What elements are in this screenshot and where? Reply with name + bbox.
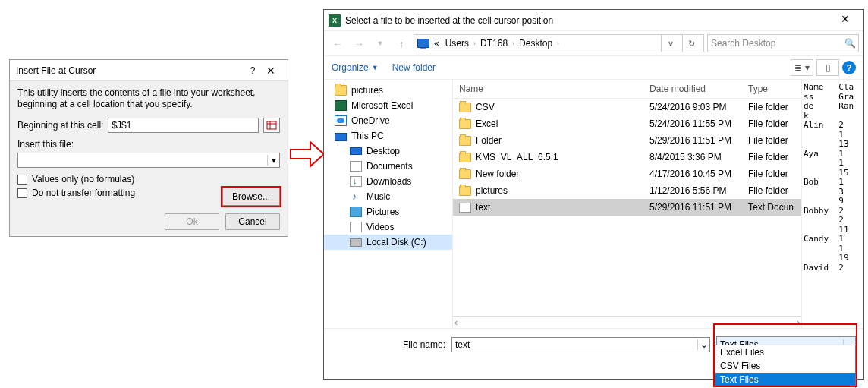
file-combo[interactable]: ▾: [17, 153, 280, 168]
tree-item[interactable]: OneDrive: [324, 113, 452, 128]
tree-item[interactable]: Local Disk (C:): [324, 235, 452, 250]
list-header[interactable]: Name Date modified Type: [453, 80, 801, 99]
file-type: File folder: [742, 99, 801, 115]
list-row[interactable]: Folder5/29/2016 11:51 PMFile folder: [453, 132, 801, 149]
list-row[interactable]: pictures1/12/2016 5:56 PMFile folder: [453, 182, 801, 199]
tree-item[interactable]: Microsoft Excel: [324, 98, 452, 113]
col-name[interactable]: Name: [453, 80, 643, 98]
tree-item[interactable]: Pictures: [324, 204, 452, 219]
excel-icon: X: [329, 14, 341, 27]
crumb-dt168[interactable]: DT168: [479, 38, 509, 49]
list-row[interactable]: text5/29/2016 11:51 PMText Docun: [453, 199, 801, 216]
pic-icon: [350, 207, 362, 217]
close-button[interactable]: ✕: [260, 60, 281, 81]
folder-tree[interactable]: picturesMicrosoft ExcelOneDriveThis PCDe…: [324, 80, 453, 328]
search-icon: 🔍: [844, 38, 855, 49]
list-row[interactable]: New folder4/17/2016 10:45 PMFile folder: [453, 166, 801, 182]
tree-item[interactable]: Desktop: [324, 144, 452, 159]
close-button[interactable]: ✕: [832, 13, 859, 28]
back-button[interactable]: ←: [329, 34, 347, 52]
crumb-desktop[interactable]: Desktop: [517, 38, 554, 49]
help-button[interactable]: ?: [842, 61, 856, 74]
dropdown-item[interactable]: Excel Files: [715, 345, 855, 359]
organize-menu[interactable]: Organize▼: [332, 62, 379, 73]
dl-icon: [350, 176, 362, 187]
dropdown-item[interactable]: Text Files: [715, 373, 855, 386]
filetype-dropdown[interactable]: Excel FilesCSV FilesText FilesPRN Files: [715, 345, 856, 388]
help-button[interactable]: ?: [245, 60, 260, 81]
mus-icon: [350, 191, 362, 202]
dialog-title: Insert File at Cursor: [16, 60, 245, 81]
folder-icon: [459, 136, 471, 146]
up-button[interactable]: ↑: [392, 34, 410, 52]
begin-cell-input[interactable]: [108, 118, 259, 133]
dsk-icon: [350, 238, 362, 247]
file-date: 5/24/2016 11:55 PM: [643, 115, 742, 132]
values-only-checkbox[interactable]: [17, 175, 27, 185]
tree-item-label: Microsoft Excel: [351, 100, 413, 111]
address-bar[interactable]: « Users› DT168› Desktop› ∨ ↻: [414, 34, 704, 52]
tree-item[interactable]: Videos: [324, 219, 452, 235]
file-type: File folder: [742, 149, 801, 166]
list-row[interactable]: CSV5/24/2016 9:03 PMFile folder: [453, 99, 801, 115]
dialog-titlebar: Insert File at Cursor ? ✕: [10, 60, 288, 81]
tree-item[interactable]: Documents: [324, 159, 452, 174]
pc-icon: [335, 133, 347, 141]
recent-button[interactable]: ▼: [371, 34, 389, 52]
filename-combo[interactable]: text ⌄: [451, 337, 710, 352]
tree-item-label: OneDrive: [351, 115, 390, 126]
addr-dropdown-icon[interactable]: ∨: [661, 34, 679, 52]
browse-button[interactable]: Browse...: [222, 188, 280, 206]
filename-label: File name:: [332, 339, 445, 350]
chevron-down-icon[interactable]: ▾: [267, 155, 279, 166]
cancel-button[interactable]: Cancel: [225, 213, 280, 230]
file-name: text: [476, 202, 490, 213]
tree-item-label: This PC: [351, 131, 384, 141]
file-name: CSV: [476, 102, 495, 112]
folder-icon: [459, 103, 471, 112]
file-type: File folder: [742, 166, 801, 182]
file-date: 8/4/2015 3:36 PM: [643, 149, 742, 166]
nav-bar: ← → ▼ ↑ « Users› DT168› Desktop› ∨ ↻ Sea…: [324, 31, 863, 55]
view-mode-button[interactable]: ≣ ▾: [791, 59, 813, 76]
tree-item-label: pictures: [351, 85, 383, 96]
folder-icon: [335, 85, 347, 96]
file-date: 5/29/2016 11:51 PM: [643, 132, 742, 149]
file-list: Name Date modified Type CSV5/24/2016 9:0…: [453, 80, 801, 328]
forward-button: →: [350, 34, 368, 52]
dropdown-item[interactable]: CSV Files: [715, 359, 855, 373]
file-date: 1/12/2016 5:56 PM: [643, 182, 742, 199]
search-input[interactable]: Search Desktop 🔍: [707, 34, 859, 52]
search-placeholder: Search Desktop: [711, 38, 841, 49]
col-date[interactable]: Date modified: [643, 80, 742, 98]
file-date: 5/24/2016 9:03 PM: [643, 99, 742, 115]
file-name: pictures: [476, 185, 508, 196]
dialog-description: This utility inserts the contents of a f…: [17, 87, 280, 110]
mon-icon: [350, 147, 362, 155]
chevron-down-icon[interactable]: ⌄: [697, 339, 709, 350]
ref-picker-button[interactable]: [263, 118, 280, 133]
od-icon: [335, 115, 347, 126]
scrollbar-horizontal[interactable]: ‹›: [453, 316, 801, 328]
tree-item[interactable]: Music: [324, 189, 452, 204]
tree-item[interactable]: This PC: [324, 128, 452, 144]
ok-button: Ok: [165, 213, 219, 230]
crumb-users[interactable]: Users: [444, 38, 470, 49]
file-name: KMS_VL_ALL_6.5.1: [476, 152, 558, 162]
new-folder-button[interactable]: New folder: [392, 62, 436, 73]
tree-item[interactable]: Downloads: [324, 174, 452, 189]
xl-icon: [335, 100, 347, 111]
crumb-prefix[interactable]: «: [432, 38, 441, 49]
col-type[interactable]: Type: [742, 80, 801, 98]
folder-icon: [459, 153, 471, 162]
list-row[interactable]: Excel5/24/2016 11:55 PMFile folder: [453, 115, 801, 132]
no-format-checkbox[interactable]: [17, 188, 27, 198]
tree-item[interactable]: pictures: [324, 83, 452, 98]
refresh-button[interactable]: ↻: [682, 34, 700, 52]
begin-cell-label: Beginning at this cell:: [17, 120, 103, 131]
preview-pane-button[interactable]: ▯: [816, 59, 839, 76]
dialog-titlebar: X Select a file to be inserted at the ce…: [324, 10, 863, 31]
file-type: Text Docun: [742, 199, 801, 216]
list-row[interactable]: KMS_VL_ALL_6.5.18/4/2015 3:36 PMFile fol…: [453, 149, 801, 166]
insert-file-dialog: Insert File at Cursor ? ✕ This utility i…: [9, 59, 288, 237]
